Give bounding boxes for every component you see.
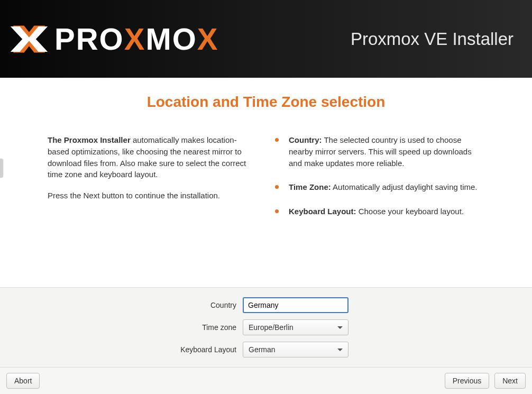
intro-paragraph: The Proxmox Installer automatically make… [48, 134, 258, 180]
form-panel: Country Time zone Europe/Berlin Keyboard… [0, 287, 532, 367]
page-heading: Location and Time Zone selection [48, 94, 484, 111]
header-title: Proxmox VE Installer [351, 29, 513, 49]
logo: PROXMOX [8, 18, 219, 60]
bullet-keyboard: Keyboard Layout: Choose your keyboard la… [274, 206, 484, 217]
timezone-value: Europe/Berlin [249, 323, 293, 332]
timezone-select[interactable]: Europe/Berlin [243, 319, 348, 335]
keyboard-select[interactable]: German [243, 342, 348, 358]
footer: Abort Previous Next [0, 367, 532, 394]
abort-button[interactable]: Abort [6, 373, 40, 389]
window-edge-nub [0, 159, 3, 178]
left-column: The Proxmox Installer automatically make… [48, 134, 258, 230]
logo-text: PROXMOX [54, 21, 219, 57]
bullet-country: Country: The selected country is used to… [274, 134, 484, 169]
previous-button[interactable]: Previous [445, 373, 489, 389]
chevron-down-icon [337, 349, 343, 351]
press-next-text: Press the Next button to continue the in… [48, 190, 258, 201]
bullet-timezone: Time Zone: Automatically adjust daylight… [274, 181, 484, 193]
country-label: Country [78, 301, 236, 309]
proxmox-logo-icon [8, 18, 50, 60]
chevron-down-icon [337, 326, 343, 329]
keyboard-label: Keyboard Layout [78, 345, 236, 354]
content: Location and Time Zone selection The Pro… [0, 78, 532, 287]
header: PROXMOX Proxmox VE Installer [0, 0, 532, 78]
keyboard-value: German [249, 345, 276, 354]
right-column: Country: The selected country is used to… [274, 134, 484, 230]
timezone-label: Time zone [78, 323, 236, 332]
next-button[interactable]: Next [494, 373, 526, 389]
country-input[interactable] [243, 297, 348, 313]
